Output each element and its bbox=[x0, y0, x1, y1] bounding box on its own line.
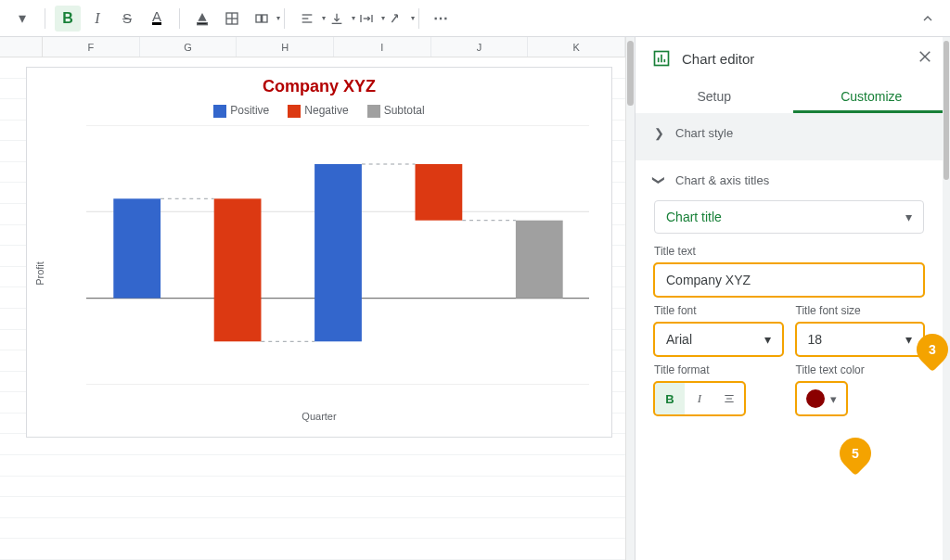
x-axis-label: Quarter bbox=[27, 411, 611, 422]
col-header[interactable]: K bbox=[528, 37, 625, 57]
editor-title: Chart editor bbox=[682, 51, 754, 67]
chevron-down-icon: ▾ bbox=[764, 332, 771, 347]
select-value: Arial bbox=[666, 332, 692, 347]
tab-setup[interactable]: Setup bbox=[635, 80, 793, 113]
editor-tabs: Setup Customize bbox=[635, 80, 950, 113]
col-header[interactable]: H bbox=[237, 37, 334, 57]
format-bold-button[interactable]: B bbox=[655, 383, 685, 414]
chart-title: Company XYZ bbox=[27, 68, 611, 96]
svg-rect-18 bbox=[113, 198, 160, 298]
label-title-font-size: Title font size bbox=[796, 304, 925, 317]
embedded-chart[interactable]: Company XYZ Positive Negative Subtotal P… bbox=[26, 67, 612, 438]
wrap-button[interactable]: ▾ bbox=[353, 6, 379, 32]
chart-plot: $400,000 $200,000 $0 -$200,000 Q1 2021 Q… bbox=[86, 125, 589, 385]
select-all-corner[interactable] bbox=[0, 37, 43, 57]
color-swatch bbox=[806, 389, 825, 408]
svg-rect-4 bbox=[256, 15, 261, 22]
title-format-group: B I bbox=[654, 382, 745, 415]
chevron-down-icon: ▾ bbox=[830, 392, 837, 406]
label-title-text: Title text bbox=[654, 245, 924, 258]
spreadsheet-area: F G H I J K Company XYZ bbox=[0, 37, 625, 560]
toolbar-dropdown[interactable]: ▾ bbox=[9, 6, 35, 32]
tab-customize[interactable]: Customize bbox=[793, 80, 951, 113]
label-title-format: Title format bbox=[654, 363, 783, 376]
select-value: 18 bbox=[808, 332, 823, 347]
column-header-row: F G H I J K bbox=[0, 37, 625, 57]
title-font-select[interactable]: Arial ▾ bbox=[654, 323, 783, 356]
section-body: Chart title ▾ Title text Title font Aria… bbox=[635, 200, 943, 425]
chevron-down-icon: ▾ bbox=[905, 332, 912, 347]
label-title-color: Title text color bbox=[796, 363, 925, 376]
toolbar-separator bbox=[284, 8, 285, 29]
col-header[interactable]: F bbox=[43, 37, 140, 57]
svg-rect-21 bbox=[415, 164, 462, 221]
borders-button[interactable] bbox=[219, 6, 245, 32]
title-text-input[interactable] bbox=[654, 263, 924, 297]
section-chart-style[interactable]: ❯ Chart style bbox=[635, 113, 943, 153]
section-label: Chart & axis titles bbox=[675, 173, 769, 187]
merge-button[interactable]: ▾ bbox=[249, 6, 275, 32]
chevron-down-icon: ❯ bbox=[652, 175, 666, 185]
toolbar-separator bbox=[418, 8, 419, 29]
scroll-thumb[interactable] bbox=[944, 41, 949, 180]
title-type-select[interactable]: Chart title ▾ bbox=[654, 200, 924, 234]
chart-legend: Positive Negative Subtotal bbox=[27, 104, 611, 118]
formatting-toolbar: ▾ B I S A ▾ ▾ ▾ ▾ ▾ ⋯ bbox=[0, 0, 950, 37]
section-chart-axis-titles[interactable]: ❯ Chart & axis titles bbox=[635, 160, 943, 200]
valign-button[interactable]: ▾ bbox=[324, 6, 350, 32]
title-font-size-select[interactable]: 18 ▾ bbox=[796, 323, 925, 356]
y-axis-label: Profit bbox=[34, 261, 45, 286]
scroll-thumb[interactable] bbox=[627, 41, 634, 106]
cell-grid[interactable]: Company XYZ Positive Negative Subtotal P… bbox=[0, 57, 625, 560]
italic-button[interactable]: I bbox=[84, 6, 110, 32]
col-header[interactable]: J bbox=[431, 37, 529, 57]
title-color-picker[interactable]: ▾ bbox=[796, 382, 847, 415]
toolbar-separator bbox=[45, 8, 45, 29]
vertical-scrollbar[interactable] bbox=[625, 37, 635, 560]
editor-scrollbar[interactable] bbox=[943, 37, 950, 560]
format-align-button[interactable] bbox=[714, 383, 744, 414]
svg-rect-19 bbox=[214, 198, 262, 341]
bold-button[interactable]: B bbox=[55, 6, 81, 32]
chevron-down-icon: ▾ bbox=[905, 210, 912, 224]
chart-icon bbox=[652, 49, 671, 68]
format-italic-button[interactable]: I bbox=[685, 383, 714, 414]
toolbar-separator bbox=[179, 8, 180, 29]
close-button[interactable] bbox=[917, 48, 933, 69]
label-title-font: Title font bbox=[654, 304, 783, 317]
svg-rect-5 bbox=[263, 15, 267, 22]
chevron-right-icon: ❯ bbox=[654, 126, 664, 140]
select-value: Chart title bbox=[666, 210, 722, 224]
svg-rect-0 bbox=[198, 22, 208, 24]
svg-rect-22 bbox=[516, 221, 563, 299]
rotate-button[interactable]: ▾ bbox=[383, 6, 409, 32]
fill-color-button[interactable] bbox=[189, 6, 215, 32]
col-header[interactable]: G bbox=[140, 37, 238, 57]
section-label: Chart style bbox=[675, 126, 733, 140]
text-color-button[interactable]: A bbox=[144, 6, 170, 32]
annotation-5: 5 bbox=[833, 431, 878, 476]
chart-editor-panel: Chart editor Setup Customize ❯ Chart sty… bbox=[635, 37, 950, 560]
strike-button[interactable]: S bbox=[114, 6, 140, 32]
more-button[interactable]: ⋯ bbox=[429, 6, 455, 32]
toolbar-collapse-button[interactable] bbox=[915, 6, 941, 32]
col-header[interactable]: I bbox=[334, 37, 431, 57]
halign-button[interactable]: ▾ bbox=[294, 6, 320, 32]
svg-rect-20 bbox=[315, 164, 362, 341]
